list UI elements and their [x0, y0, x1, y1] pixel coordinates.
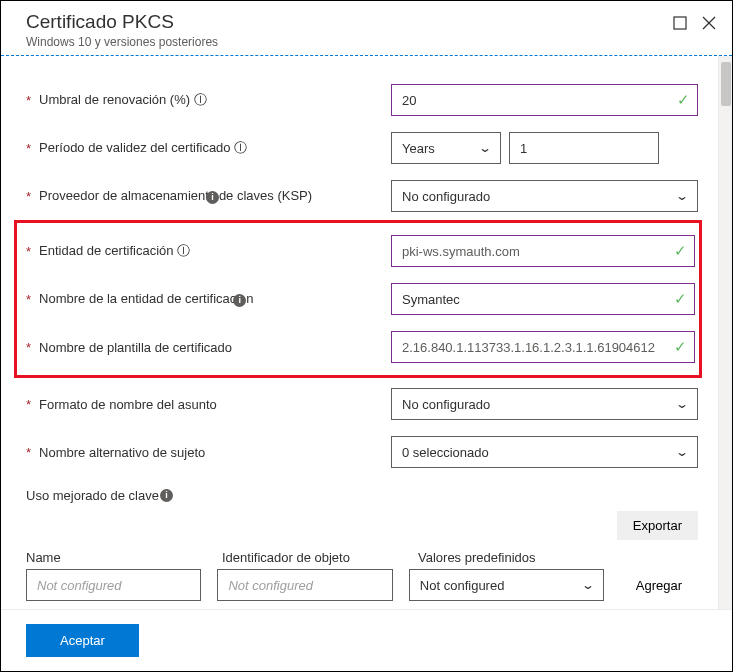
- validity-value-text: 1: [520, 141, 527, 156]
- col-predefined-header: Valores predefinidos: [418, 550, 618, 565]
- chevron-down-icon: ⌄: [675, 189, 689, 203]
- ca-name-label: Nombre de la entidad de certificacin: [39, 291, 254, 307]
- renewal-threshold-input[interactable]: [391, 84, 698, 116]
- eku-predefined-value: Not configured: [420, 578, 505, 593]
- close-icon[interactable]: [701, 15, 717, 35]
- subject-format-label: Formato de nombre del asunto: [39, 397, 217, 412]
- col-name-header: Name: [26, 550, 206, 565]
- ca-name-input[interactable]: [391, 283, 695, 315]
- required-marker: *: [26, 141, 31, 156]
- template-name-label: Nombre de plantilla de certificado: [39, 340, 232, 355]
- eku-oid-input[interactable]: Not configured: [217, 569, 392, 601]
- ca-input[interactable]: [391, 235, 695, 267]
- scrollbar-thumb[interactable]: [721, 62, 731, 106]
- required-marker: *: [26, 445, 31, 460]
- maximize-icon[interactable]: [673, 16, 687, 34]
- col-oid-header: Identificador de objeto: [222, 550, 402, 565]
- required-marker: *: [26, 244, 31, 259]
- required-marker: *: [26, 189, 31, 204]
- chevron-down-icon: ⌄: [675, 445, 689, 459]
- chevron-down-icon: ⌄: [675, 397, 689, 411]
- scrollbar[interactable]: [718, 56, 732, 609]
- san-label: Nombre alternativo de sujeto: [39, 445, 205, 460]
- validity-unit-value: Years: [402, 141, 435, 156]
- validity-period-label: Período de validez del certificado Ⓘ: [39, 139, 247, 157]
- page-subtitle: Windows 10 y versiones posteriores: [26, 35, 218, 49]
- ksp-label: Proveedor de almacenamientide claves (KS…: [39, 188, 312, 204]
- page-title: Certificado PKCS: [26, 11, 218, 33]
- ksp-value: No configurado: [402, 189, 490, 204]
- chevron-down-icon: ⌄: [478, 141, 492, 155]
- placeholder-text: Not configured: [37, 578, 122, 593]
- ksp-select[interactable]: No configurado ⌄: [391, 180, 698, 212]
- validity-value-input[interactable]: 1: [509, 132, 659, 164]
- info-icon: i: [206, 191, 219, 204]
- eku-name-input[interactable]: Not configured: [26, 569, 201, 601]
- eku-label: Uso mejorado de clave: [26, 488, 159, 503]
- required-marker: *: [26, 397, 31, 412]
- accept-button[interactable]: Aceptar: [26, 624, 139, 657]
- eku-predefined-select[interactable]: Not configured ⌄: [409, 569, 604, 601]
- export-button[interactable]: Exportar: [617, 511, 698, 540]
- subject-format-select[interactable]: No configurado ⌄: [391, 388, 698, 420]
- add-button[interactable]: Agregar: [620, 571, 698, 600]
- san-value: 0 seleccionado: [402, 445, 489, 460]
- subject-format-value: No configurado: [402, 397, 490, 412]
- renewal-threshold-label: Umbral de renovación (%) Ⓘ: [39, 91, 207, 109]
- required-marker: *: [26, 292, 31, 307]
- svg-rect-0: [674, 17, 686, 29]
- template-name-input[interactable]: [391, 331, 695, 363]
- info-icon: i: [160, 489, 173, 502]
- info-icon: i: [233, 294, 246, 307]
- placeholder-text: Not configured: [228, 578, 313, 593]
- san-select[interactable]: 0 seleccionado ⌄: [391, 436, 698, 468]
- highlight-box: *Entidad de certificación Ⓘ ✓ *Nombre de…: [14, 220, 702, 378]
- chevron-down-icon: ⌄: [581, 578, 595, 592]
- required-marker: *: [26, 340, 31, 355]
- required-marker: *: [26, 93, 31, 108]
- validity-unit-select[interactable]: Years ⌄: [391, 132, 501, 164]
- ca-label: Entidad de certificación Ⓘ: [39, 242, 190, 260]
